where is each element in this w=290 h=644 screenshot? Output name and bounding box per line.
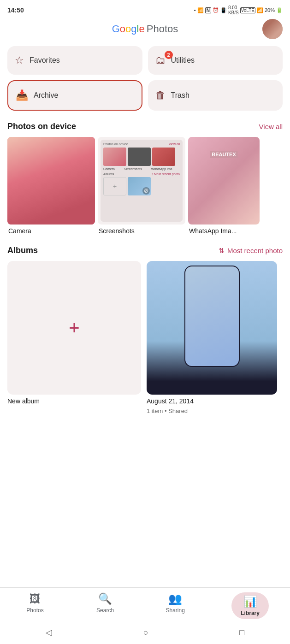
google-photos-logo: G o o g l e Photos xyxy=(112,23,178,35)
archive-icon: 📥 xyxy=(16,89,28,101)
gesture-bar: ◁ ○ □ xyxy=(0,623,290,644)
albums-title: Albums xyxy=(7,246,38,255)
sharing-nav-icon: 👥 xyxy=(168,592,182,605)
device-photo-whatsapp[interactable]: WhatsApp Ima... xyxy=(188,137,260,235)
nav-sharing[interactable]: 👥 Sharing xyxy=(161,592,189,619)
sort-icon: ⇅ xyxy=(219,247,225,255)
screenshots-thumbnail: Photos on device View all Camera Screens… xyxy=(98,137,185,225)
g-red2: e xyxy=(139,23,145,35)
star-icon: ☆ xyxy=(15,54,24,66)
signal-icon: 📶 xyxy=(257,7,263,13)
utilities-label: Utilities xyxy=(171,56,195,65)
g-yellow: o xyxy=(125,23,131,35)
device-photo-camera[interactable]: Camera xyxy=(7,137,95,235)
photos-nav-icon: 🖼 xyxy=(30,592,41,605)
status-icons: • 📶 N ⏰ 📳 8.00KB/S VoLTE 📶 20% 🔋 xyxy=(194,5,283,15)
whatsapp-label: WhatsApp Ima... xyxy=(188,227,260,235)
new-album-thumbnail: + xyxy=(7,261,141,395)
recent-album-meta: 1 item • Shared xyxy=(147,408,277,414)
plus-icon: + xyxy=(69,318,79,338)
phone-image xyxy=(184,266,240,367)
camera-thumbnail xyxy=(7,137,95,225)
wifi-icon: 📶 xyxy=(197,7,204,13)
recent-album-item[interactable]: August 21, 2014 1 item • Shared xyxy=(147,261,277,414)
albums-header: Albums ⇅ Most recent photo xyxy=(0,238,290,261)
nav-search[interactable]: 🔍 Search xyxy=(91,592,119,619)
utilities-button[interactable]: 🗂 2 Utilities xyxy=(148,46,283,75)
recents-gesture[interactable]: □ xyxy=(239,628,244,638)
new-album-item[interactable]: + New album xyxy=(7,261,141,414)
nav-items: 🖼 Photos 🔍 Search 👥 Sharing 📊 Library xyxy=(0,588,290,623)
utilities-badge: 2 xyxy=(165,51,173,59)
search-nav-icon: 🔍 xyxy=(98,592,112,605)
vibrate-icon: 📳 xyxy=(220,7,227,13)
status-time: 14:50 xyxy=(7,6,24,14)
data-speed: 8.00KB/S xyxy=(228,5,239,15)
nav-photos[interactable]: 🖼 Photos xyxy=(21,592,49,619)
library-nav-label: Library xyxy=(241,610,260,616)
status-bar: 14:50 • 📶 N ⏰ 📳 8.00KB/S VoLTE 📶 20% 🔋 xyxy=(0,0,290,18)
nav-library[interactable]: 📊 Library xyxy=(231,592,269,619)
alarm-icon: ⏰ xyxy=(213,7,219,13)
device-photos-title: Photos on device xyxy=(7,122,76,131)
camera-label: Camera xyxy=(7,227,95,235)
g-blue: G xyxy=(112,23,120,35)
user-avatar[interactable] xyxy=(262,19,283,39)
quick-access-grid: ☆ Favorites 🗂 2 Utilities 📥 Archive 🗑 Tr… xyxy=(0,42,290,118)
archive-button[interactable]: 📥 Archive xyxy=(7,80,142,111)
photos-nav-label: Photos xyxy=(26,607,43,614)
library-nav-icon: 📊 xyxy=(243,595,257,608)
g-red: o xyxy=(120,23,125,35)
trash-button[interactable]: 🗑 Trash xyxy=(148,80,283,111)
battery-icon: 🔋 xyxy=(276,7,283,13)
g-blue2: g xyxy=(131,23,136,35)
favorites-label: Favorites xyxy=(30,56,60,65)
battery-percent: 20% xyxy=(265,7,275,13)
most-recent-button[interactable]: ⇅ Most recent photo xyxy=(219,247,283,255)
trash-label: Trash xyxy=(171,91,189,100)
sharing-nav-label: Sharing xyxy=(166,607,185,614)
volte-icon: VoLTE xyxy=(240,7,255,13)
dot-icon: • xyxy=(194,7,196,13)
favorites-button[interactable]: ☆ Favorites xyxy=(7,46,142,75)
screenshots-label: Screenshots xyxy=(98,227,185,235)
utilities-icon: 🗂 xyxy=(155,54,166,66)
device-photos-list: Camera Photos on device View all Camera … xyxy=(0,137,290,238)
google-wordmark: G o o g l e xyxy=(112,23,145,35)
albums-grid: + New album August 21, 2014 1 item • Sha… xyxy=(0,261,290,422)
most-recent-label: Most recent photo xyxy=(227,247,283,254)
new-album-label: New album xyxy=(7,397,141,405)
device-photos-header: Photos on device View all xyxy=(0,118,290,137)
avatar-image xyxy=(262,19,283,39)
archive-label: Archive xyxy=(34,91,58,100)
trash-icon: 🗑 xyxy=(155,89,166,101)
nfc-icon: N xyxy=(205,7,211,13)
device-photo-screenshots[interactable]: Photos on device View all Camera Screens… xyxy=(98,137,185,235)
view-all-button[interactable]: View all xyxy=(259,123,283,130)
recent-album-thumbnail xyxy=(147,261,277,395)
back-gesture[interactable]: ◁ xyxy=(46,627,52,638)
whatsapp-thumbnail xyxy=(188,137,260,225)
search-nav-label: Search xyxy=(96,607,114,614)
home-gesture[interactable]: ○ xyxy=(143,628,148,638)
header: G o o g l e Photos xyxy=(0,18,290,42)
photos-wordmark: Photos xyxy=(147,23,178,35)
bottom-navigation: 🖼 Photos 🔍 Search 👥 Sharing 📊 Library ◁ … xyxy=(0,587,290,644)
recent-album-name: August 21, 2014 xyxy=(147,397,277,405)
